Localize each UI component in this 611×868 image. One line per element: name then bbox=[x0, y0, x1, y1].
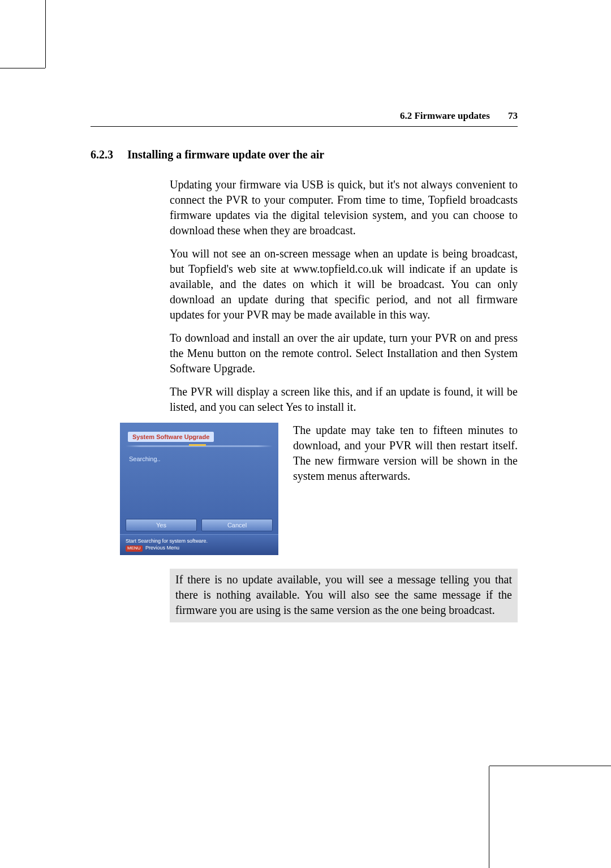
pvr-progress-indicator bbox=[189, 444, 206, 446]
content-area: 6.2 Firmware updates 73 6.2.3 Installing… bbox=[91, 110, 518, 622]
pvr-title: System Software Upgrade bbox=[128, 432, 214, 442]
paragraph: To download and install an over the air … bbox=[170, 330, 518, 376]
page: 6.2 Firmware updates 73 6.2.3 Installing… bbox=[0, 0, 611, 868]
pvr-screenshot: System Software Upgrade Searching.. Yes … bbox=[120, 423, 278, 555]
pvr-hint-text: Previous Menu bbox=[145, 545, 179, 551]
pvr-divider bbox=[126, 445, 273, 447]
section-heading: 6.2.3 Installing a firmware update over … bbox=[91, 148, 518, 161]
header-section: 6.2 Firmware updates bbox=[400, 110, 490, 121]
pvr-menu-pill: MENU bbox=[126, 545, 143, 552]
note-box: If there is no update available, you wil… bbox=[170, 569, 518, 622]
figure-caption: The update may take ten to fifteen minut… bbox=[293, 423, 518, 484]
paragraph: The PVR will display a screen like this,… bbox=[170, 384, 518, 415]
pvr-button-row: Yes Cancel bbox=[126, 519, 273, 531]
section-number: 6.2.3 bbox=[91, 148, 124, 161]
paragraph: Updating your firmware via USB is quick,… bbox=[170, 177, 518, 238]
figure-row: System Software Upgrade Searching.. Yes … bbox=[120, 423, 518, 555]
crop-mark bbox=[489, 766, 489, 868]
pvr-footer: Start Searching for system software. MEN… bbox=[120, 534, 278, 555]
pvr-hint-line: MENU Previous Menu bbox=[126, 544, 273, 552]
running-header: 6.2 Firmware updates 73 bbox=[91, 110, 518, 127]
paragraph: You will not see an on-screen message wh… bbox=[170, 246, 518, 323]
pvr-status: Searching.. bbox=[129, 456, 161, 462]
pvr-cancel-button: Cancel bbox=[201, 519, 273, 531]
crop-mark bbox=[0, 68, 45, 68]
pvr-hint-line: Start Searching for system software. bbox=[126, 538, 273, 544]
header-page-number: 73 bbox=[508, 110, 518, 121]
body-column: Updating your firmware via USB is quick,… bbox=[170, 177, 518, 415]
crop-mark bbox=[489, 766, 611, 766]
crop-mark bbox=[45, 0, 46, 68]
pvr-yes-button: Yes bbox=[126, 519, 197, 531]
section-title: Installing a firmware update over the ai… bbox=[127, 148, 324, 161]
